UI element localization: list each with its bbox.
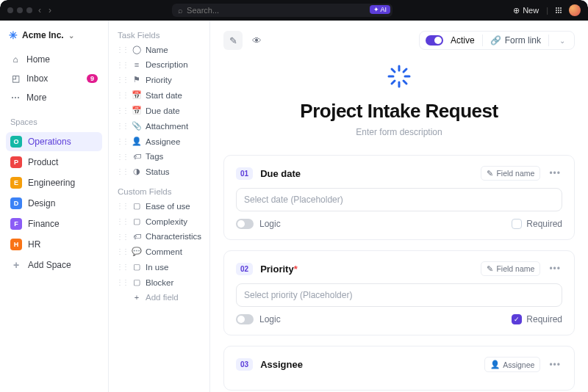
window-controls[interactable] bbox=[7, 7, 32, 13]
drag-handle-icon[interactable]: ⋮⋮ bbox=[116, 202, 128, 210]
question-input[interactable]: Select date (Placeholder) bbox=[236, 188, 562, 211]
drag-handle-icon[interactable]: ⋮⋮ bbox=[116, 217, 128, 225]
logic-toggle[interactable] bbox=[236, 219, 254, 229]
svg-line-5 bbox=[404, 81, 406, 84]
nav-inbox[interactable]: ◰Inbox9 bbox=[6, 70, 102, 87]
drag-handle-icon[interactable]: ⋮⋮ bbox=[116, 167, 128, 175]
form-title[interactable]: Project Intake Request bbox=[223, 100, 575, 123]
field-name: Characteristics bbox=[146, 232, 201, 241]
task-field-item[interactable]: ⋮⋮📎Attachment bbox=[113, 119, 205, 133]
nav-home[interactable]: ⌂Home bbox=[6, 51, 102, 68]
field-type-icon: ◑ bbox=[132, 167, 141, 176]
space-badge: E bbox=[10, 177, 22, 189]
question-title[interactable]: Assignee bbox=[260, 359, 303, 370]
svg-line-7 bbox=[404, 69, 406, 72]
add-space-button[interactable]: +Add Space bbox=[6, 255, 102, 275]
preview-button[interactable]: 👁 bbox=[247, 31, 266, 50]
required-label: Required bbox=[526, 219, 562, 229]
nav-more[interactable]: ⋯More bbox=[6, 90, 102, 106]
ai-chip[interactable]: ✦ AI bbox=[370, 5, 391, 14]
drag-handle-icon[interactable]: ⋮⋮ bbox=[116, 247, 128, 255]
user-avatar[interactable] bbox=[569, 4, 581, 16]
fields-panel: Task Fields ⋮⋮◯Name⋮⋮≡Description⋮⋮⚑Prio… bbox=[109, 21, 210, 392]
field-name-chip[interactable]: 👤Assignee bbox=[484, 357, 540, 372]
drag-handle-icon[interactable]: ⋮⋮ bbox=[116, 153, 128, 161]
apps-icon[interactable] bbox=[556, 7, 562, 13]
drag-handle-icon[interactable]: ⋮⋮ bbox=[116, 278, 128, 286]
drag-handle-icon[interactable]: ⋮⋮ bbox=[116, 122, 128, 130]
question-menu[interactable]: ••• bbox=[548, 168, 562, 178]
space-name: Engineering bbox=[28, 178, 75, 188]
drag-handle-icon[interactable]: ⋮⋮ bbox=[116, 61, 128, 69]
required-checkbox[interactable]: ✓ bbox=[512, 314, 522, 324]
space-hr[interactable]: HHR bbox=[6, 235, 102, 254]
add-field-button[interactable]: ⋮⋮+Add field bbox=[113, 291, 205, 304]
task-field-item[interactable]: ⋮⋮◑Status bbox=[113, 164, 205, 178]
task-field-item[interactable]: ⋮⋮📅Due date bbox=[113, 104, 205, 117]
nav-arrows[interactable]: ‹ › bbox=[38, 5, 51, 15]
custom-field-item[interactable]: ⋮⋮▢Ease of use bbox=[113, 199, 205, 213]
task-field-item[interactable]: ⋮⋮📅Start date bbox=[113, 88, 205, 102]
field-name: Priority bbox=[146, 76, 172, 84]
inbox-badge: 9 bbox=[87, 74, 98, 83]
question-card[interactable]: 01 Due date ✎Field name ••• Select date … bbox=[223, 155, 575, 240]
global-search[interactable]: ⌕ Search... ✦ AI bbox=[172, 4, 392, 17]
home-icon: ⌂ bbox=[10, 54, 21, 65]
logic-toggle[interactable] bbox=[236, 314, 254, 324]
field-name-chip[interactable]: ✎Field name bbox=[481, 261, 540, 276]
plus-icon: + bbox=[10, 259, 22, 271]
form-description[interactable]: Enter form description bbox=[223, 127, 575, 137]
active-toggle[interactable] bbox=[426, 35, 443, 46]
task-field-item[interactable]: ⋮⋮👤Assignee bbox=[113, 134, 205, 148]
search-icon: ⌕ bbox=[178, 6, 183, 15]
space-operations[interactable]: OOperations bbox=[6, 132, 102, 151]
field-name: Description bbox=[146, 60, 188, 69]
space-name: Operations bbox=[28, 137, 71, 147]
field-type-icon: 📅 bbox=[132, 90, 141, 100]
field-type-icon: ▢ bbox=[132, 217, 141, 226]
space-finance[interactable]: FFinance bbox=[6, 214, 102, 233]
question-card[interactable]: 02 Priority* ✎Field name ••• Select prio… bbox=[223, 250, 575, 335]
space-design[interactable]: DDesign bbox=[6, 194, 102, 213]
custom-field-item[interactable]: ⋮⋮▢In use bbox=[113, 260, 205, 274]
question-number: 02 bbox=[236, 263, 253, 275]
drag-handle-icon[interactable]: ⋮⋮ bbox=[116, 263, 128, 271]
custom-field-item[interactable]: ⋮⋮💬Comment bbox=[113, 244, 205, 258]
task-field-item[interactable]: ⋮⋮⚑Priority bbox=[113, 73, 205, 87]
space-engineering[interactable]: EEngineering bbox=[6, 173, 102, 192]
required-label: Required bbox=[526, 314, 562, 324]
task-field-item[interactable]: ⋮⋮🏷Tags bbox=[113, 150, 205, 163]
field-name: Blocker bbox=[146, 278, 173, 287]
question-card[interactable]: 03 Assignee 👤Assignee ••• bbox=[223, 346, 575, 391]
question-menu[interactable]: ••• bbox=[548, 360, 562, 370]
required-checkbox[interactable] bbox=[512, 219, 522, 229]
drag-handle-icon[interactable]: ⋮⋮ bbox=[116, 106, 128, 115]
custom-field-item[interactable]: ⋮⋮▢Blocker bbox=[113, 275, 205, 289]
field-name-chip[interactable]: ✎Field name bbox=[481, 166, 540, 181]
form-link-button[interactable]: 🔗Form link bbox=[490, 35, 541, 46]
space-product[interactable]: PProduct bbox=[6, 153, 102, 172]
field-type-icon: 💬 bbox=[132, 247, 141, 256]
drag-handle-icon[interactable]: ⋮⋮ bbox=[116, 76, 128, 84]
custom-field-item[interactable]: ⋮⋮▢Complexity bbox=[113, 214, 205, 228]
drag-handle-icon[interactable]: ⋮⋮ bbox=[116, 233, 128, 241]
question-title[interactable]: Priority* bbox=[260, 264, 298, 275]
workspace-logo-icon: ✳ bbox=[9, 29, 18, 41]
question-input[interactable]: Select priority (Placeholder) bbox=[236, 283, 562, 307]
drag-handle-icon[interactable]: ⋮⋮ bbox=[116, 91, 128, 99]
form-top-controls: Active 🔗Form link ⌄ bbox=[419, 31, 575, 50]
question-title[interactable]: Due date bbox=[260, 168, 301, 179]
drag-handle-icon[interactable]: ⋮⋮ bbox=[116, 137, 128, 145]
task-field-item[interactable]: ⋮⋮◯Name bbox=[113, 43, 205, 57]
custom-field-item[interactable]: ⋮⋮🏷Characteristics bbox=[113, 230, 205, 243]
space-name: Finance bbox=[28, 219, 60, 229]
task-field-item[interactable]: ⋮⋮≡Description bbox=[113, 58, 205, 71]
new-button[interactable]: ⊕New bbox=[513, 6, 539, 15]
field-name: Status bbox=[146, 167, 170, 176]
question-menu[interactable]: ••• bbox=[548, 264, 562, 274]
form-link-menu[interactable]: ⌄ bbox=[556, 37, 568, 45]
workspace-switcher[interactable]: ✳ Acme Inc. ⌄ bbox=[6, 28, 102, 43]
space-badge: P bbox=[10, 156, 22, 168]
edit-mode-button[interactable]: ✎ bbox=[223, 31, 243, 50]
drag-handle-icon[interactable]: ⋮⋮ bbox=[116, 46, 128, 54]
